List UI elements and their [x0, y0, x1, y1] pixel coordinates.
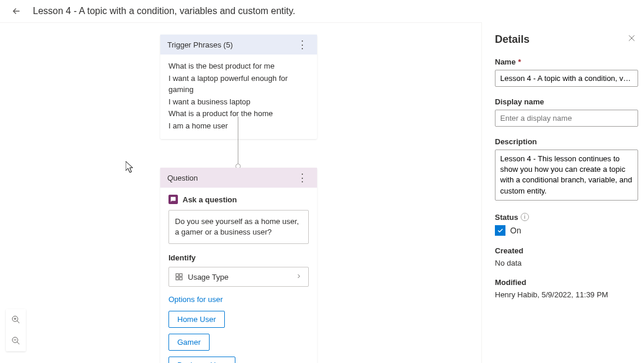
zoom-in-icon	[11, 315, 21, 324]
question-text-input[interactable]: Do you see yourself as a home user, a ga…	[168, 210, 309, 244]
svg-rect-1	[180, 274, 182, 276]
modified-value: Henry Habib, 5/9/2022, 11:39 PM	[495, 290, 638, 299]
trigger-phrase: What is the best product for me	[168, 60, 309, 72]
trigger-phrases-node[interactable]: Trigger Phrases (5) ⋮ What is the best p…	[160, 35, 317, 139]
option-chip-home-user[interactable]: Home User	[168, 311, 225, 328]
question-header-label: Question	[167, 174, 198, 182]
svg-rect-2	[176, 277, 178, 280]
name-label: Name	[495, 57, 515, 66]
trigger-phrase: What is a product for the home	[168, 108, 309, 120]
back-button[interactable]	[9, 4, 23, 18]
description-input[interactable]	[495, 150, 638, 201]
details-panel: Details Name * Display name Description …	[481, 22, 644, 363]
required-indicator: *	[518, 57, 521, 66]
close-icon	[628, 34, 636, 42]
details-title: Details	[495, 33, 530, 46]
svg-rect-0	[176, 274, 178, 276]
connector-line	[238, 117, 238, 165]
more-icon[interactable]: ⋮	[295, 39, 310, 50]
trigger-phrase: I am a home user	[168, 120, 309, 132]
chevron-right-icon	[295, 272, 302, 281]
more-icon[interactable]: ⋮	[295, 172, 310, 183]
cursor-icon	[126, 161, 135, 173]
question-icon	[168, 195, 178, 204]
zoom-in-button[interactable]	[6, 309, 26, 330]
status-label: Status	[495, 213, 518, 222]
trigger-header-label: Trigger Phrases (5)	[167, 40, 233, 49]
name-input[interactable]	[495, 70, 638, 87]
status-checkbox[interactable]	[495, 225, 505, 236]
display-name-input[interactable]	[495, 110, 638, 127]
trigger-phrase-list: What is the best product for me I want a…	[160, 55, 317, 139]
trigger-phrase: I want a business laptop	[168, 96, 309, 108]
option-chip-gamer[interactable]: Gamer	[168, 334, 210, 351]
arrow-left-icon	[11, 6, 22, 16]
identify-select[interactable]: Usage Type	[168, 267, 309, 287]
question-node[interactable]: Question ⋮ Ask a question Do you see you…	[160, 168, 317, 363]
ask-question-label: Ask a question	[183, 195, 237, 204]
options-for-user-link[interactable]: Options for user	[168, 295, 309, 304]
info-icon[interactable]: i	[521, 213, 529, 221]
zoom-out-icon	[11, 336, 21, 345]
description-label: Description	[495, 137, 638, 146]
page-title: Lesson 4 - A topic with a condition, var…	[33, 6, 295, 16]
entity-icon	[175, 273, 183, 281]
created-label: Created	[495, 246, 638, 255]
identify-value: Usage Type	[188, 273, 228, 281]
svg-rect-3	[180, 277, 182, 280]
option-chip-business-user[interactable]: Business User	[168, 357, 235, 363]
trigger-phrase: I want a laptop powerful enough for gami…	[168, 73, 309, 96]
identify-label: Identify	[168, 253, 309, 262]
close-button[interactable]	[625, 32, 638, 47]
modified-label: Modified	[495, 278, 638, 287]
status-value: On	[510, 226, 521, 235]
zoom-controls	[6, 309, 26, 351]
svg-line-5	[17, 321, 19, 323]
created-value: No data	[495, 259, 638, 267]
authoring-canvas[interactable]: Trigger Phrases (5) ⋮ What is the best p…	[0, 22, 481, 363]
svg-line-9	[17, 342, 19, 344]
check-icon	[497, 227, 504, 234]
zoom-out-button[interactable]	[6, 330, 26, 351]
display-name-label: Display name	[495, 97, 638, 106]
